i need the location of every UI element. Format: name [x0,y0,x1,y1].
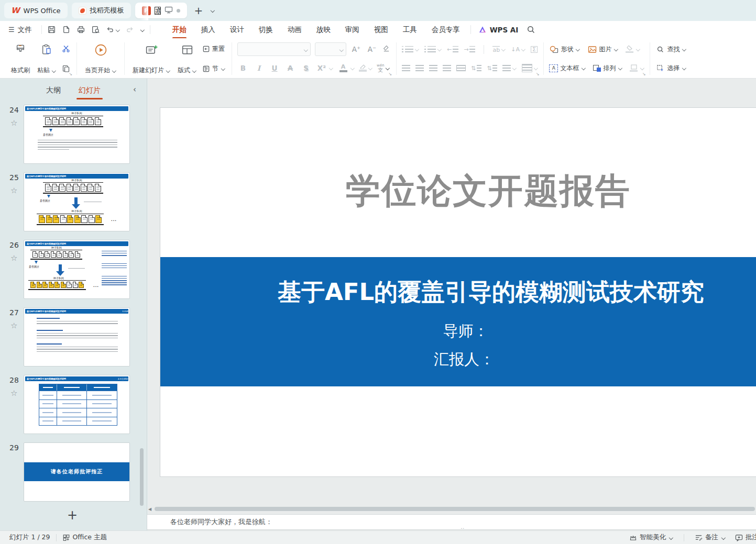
highlight-color-button[interactable] [359,64,372,72]
drawing-dialog-launcher[interactable]: ↘ [642,72,646,76]
text-direction-button[interactable]: ab [492,46,506,53]
comments-button[interactable]: 批注 [735,533,756,542]
menu-design[interactable]: 设计 [229,21,245,39]
align-left-button[interactable] [402,65,410,71]
font-color-button[interactable]: A [337,64,355,72]
numbered-list-button[interactable] [424,46,442,52]
slide-thumbnail-29[interactable]: 请各位老师批评指正 [24,442,130,502]
distribute-button[interactable] [456,65,466,71]
horizontal-scrollbar[interactable]: ◀ [148,506,755,512]
shape-fill-button[interactable] [626,43,640,55]
menu-review[interactable]: 审阅 [345,21,360,39]
align-center-button[interactable] [415,65,424,71]
tab-docer-templates[interactable]: 找稻壳模板 [72,3,131,18]
select-button[interactable]: 选择 [655,62,686,74]
wps-ai-button[interactable]: WPS AI [478,26,519,34]
add-slide-button[interactable]: + [67,509,78,521]
underline-button[interactable]: U [269,64,280,72]
shrink-font-button[interactable]: A⁻ [366,45,378,53]
clipboard-dialog-launcher[interactable]: ↘ [69,72,72,76]
insert-symbol-button[interactable]: Σ [531,46,538,53]
line-spacing-button[interactable] [502,65,517,71]
menu-animation[interactable]: 动画 [287,21,302,39]
tab-current-document[interactable]: P 基于AFL的覆盖引导模糊测试优 [135,3,187,18]
new-tab-button[interactable]: + [191,5,206,16]
slide-thumbnail-25[interactable]: 基于AFL的覆盖引导的模糊测试技术研究2.研究内容、目标、创新点 种子队列 是否… [24,172,130,231]
speaker-notes-panel[interactable]: 各位老师同学大家好，我是徐航： ‥ [147,514,756,530]
menu-transitions[interactable]: 切换 [258,21,273,39]
find-button[interactable]: 查找 [655,43,686,55]
presenter-textbox[interactable]: 汇报人： [160,349,756,370]
search-button[interactable] [527,25,535,34]
bold-button[interactable]: B [237,64,249,72]
new-slide-button[interactable]: 新建幻灯片 [130,41,173,76]
increase-indent-button[interactable]: → [464,46,475,52]
align-right-button[interactable] [429,65,437,71]
menu-insert[interactable]: 插入 [201,21,216,39]
menu-home[interactable]: 开始 [172,21,187,39]
font-dialog-launcher[interactable]: ↘ [388,72,392,76]
slide-title-textbox[interactable]: 学位论文开题报告 [160,174,756,208]
menu-membership[interactable]: 会员专享 [431,21,461,39]
decrease-indent-button[interactable]: ← [447,46,458,52]
qat-customize-chevron-icon[interactable] [140,27,145,32]
undo-button[interactable] [106,26,120,34]
menu-slideshow[interactable]: 放映 [316,21,331,39]
advisor-textbox[interactable]: 导师： [160,321,756,342]
smart-beautify-button[interactable]: 智能美化 [629,533,673,542]
slide-thumbnail-27[interactable]: 基于AFL的覆盖引导的模糊测试技术研究3.已进行的研究工作 [24,307,130,367]
italic-button[interactable]: I [253,64,265,72]
slide-blue-band[interactable]: 基于AFL的覆盖引导的模糊测试技术研究 导师： 汇报人： [160,257,756,386]
file-menu-button[interactable]: ☰ 文件 [0,25,38,35]
section-button[interactable]: 节 [202,63,225,74]
horizontal-scrollbar-thumb[interactable] [155,507,755,511]
paragraph-dialog-launcher[interactable]: ↘ [536,72,540,76]
slide-thumbnail-26[interactable]: 基于AFL的覆盖引导的模糊测试技术研究2.研究内容、目标、创新点 种子队列 是否… [24,240,130,299]
superscript-button[interactable]: X² [316,64,333,72]
raise-paragraph-button[interactable]: ⇅ [471,65,481,71]
save-button[interactable] [47,25,56,34]
tab-wps-home[interactable]: W WPS Office [4,3,68,18]
reset-button[interactable]: 重置 [202,43,225,54]
clear-format-button[interactable] [382,45,391,54]
strikethrough-button[interactable]: A [284,64,296,72]
shapes-button[interactable]: 形状 [549,43,580,55]
notes-resize-handle[interactable]: ‥ [461,524,464,530]
layout-button[interactable]: 版式 [175,41,199,76]
tab-slides[interactable]: 幻灯片 [78,83,102,98]
print-button[interactable] [76,25,85,34]
slide-thumbnail-28[interactable]: 基于AFL的覆盖引导的模糊测试技术研究4.论文进度安排 [24,375,130,434]
picture-button[interactable]: 图片 [587,43,618,55]
print-preview-button[interactable] [91,25,100,34]
arrange-button[interactable]: 排列 [593,62,622,74]
tab-list-chevron-icon[interactable] [210,8,215,13]
text-shadow-button[interactable]: S [300,64,312,72]
redo-button[interactable] [126,26,134,34]
vertical-text-button[interactable]: ↓A [511,47,525,52]
menu-view[interactable]: 视图 [374,21,389,39]
font-size-select[interactable] [315,42,346,56]
notes-toggle-button[interactable]: 备注 [695,533,726,542]
present-monitor-icon[interactable] [165,6,173,15]
menu-tools[interactable]: 工具 [402,21,418,39]
theme-button[interactable]: Office 主题 [62,533,107,542]
lower-paragraph-button[interactable]: ⇅ [487,65,497,71]
play-from-page-button[interactable]: 当页开始 [82,41,119,76]
slide-subtitle-textbox[interactable]: 基于AFL的覆盖引导的模糊测试技术研究 [160,278,756,306]
paste-button[interactable]: 粘贴 [35,41,59,76]
collapse-panel-button[interactable]: ‹ [133,85,136,94]
scroll-left-arrow-icon[interactable]: ◀ [148,507,151,512]
format-painter-button[interactable]: 格式刷 [8,41,32,76]
justify-button[interactable] [443,65,451,71]
textbox-button[interactable]: A文本框 [549,62,586,74]
vertical-align-button[interactable] [522,64,538,72]
sidebar-scrollbar-thumb[interactable] [140,448,144,506]
tab-outline[interactable]: 大纲 [45,83,62,98]
cut-button[interactable] [62,43,70,54]
export-pdf-button[interactable] [62,25,71,34]
bullet-list-button[interactable] [402,46,419,52]
grow-font-button[interactable]: A⁺ [350,45,362,53]
slide-thumbnail-24[interactable]: 基于AFL的覆盖引导的模糊测试技术研究2.研究内容、目标、创新点 种子队列 是否… [24,105,130,164]
font-family-select[interactable] [237,42,311,56]
phonetic-guide-button[interactable]: wén文 [377,64,390,73]
